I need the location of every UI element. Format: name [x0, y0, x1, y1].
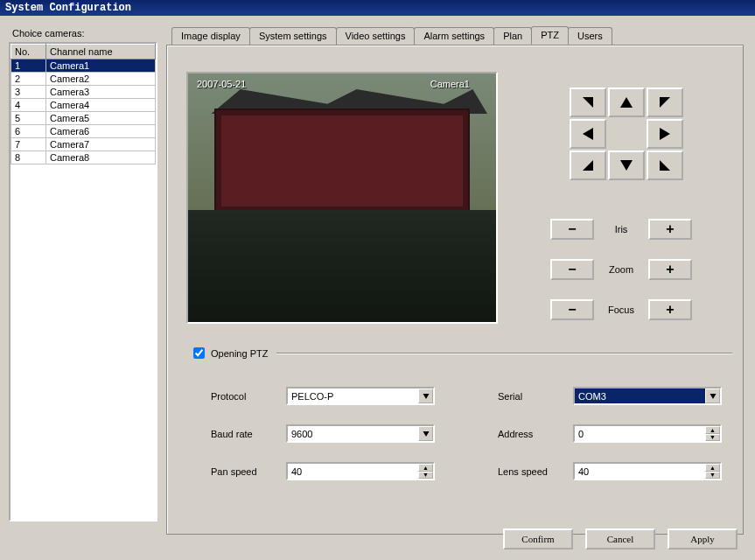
- separator-line: [276, 353, 732, 354]
- dropdown-icon[interactable]: [418, 426, 433, 441]
- arrow-down-left-icon: [583, 160, 593, 171]
- ptz-down-button[interactable]: [608, 150, 645, 180]
- protocol-combo[interactable]: PELCO-P: [286, 387, 435, 405]
- camera-name: Camera2: [46, 73, 156, 86]
- panspeed-field[interactable]: 40 ▲ ▼: [286, 462, 435, 480]
- ptz-center-empty: [608, 119, 645, 149]
- ptz-direction-pad: [570, 88, 683, 180]
- tab-video-settings[interactable]: Video settings: [336, 27, 416, 46]
- apply-button[interactable]: Apply: [668, 528, 738, 550]
- ptz-left-button[interactable]: [570, 119, 606, 149]
- camera-name: Camera1: [46, 60, 156, 73]
- address-field[interactable]: 0 ▲ ▼: [573, 424, 722, 443]
- ptz-down-left-button[interactable]: [570, 150, 606, 180]
- lensspeed-label: Lens speed: [498, 466, 568, 477]
- focus-plus-button[interactable]: +: [648, 299, 692, 320]
- plus-icon: +: [666, 262, 674, 277]
- tab-alarm-settings[interactable]: Alarm settings: [414, 27, 494, 46]
- camera-name: Camera5: [46, 112, 156, 125]
- ptz-down-right-button[interactable]: [647, 150, 683, 180]
- camera-name: Camera7: [46, 138, 156, 151]
- arrow-up-left-icon: [583, 97, 593, 108]
- window-title: System Configuration: [5, 2, 131, 14]
- minus-icon: −: [568, 221, 576, 237]
- panspeed-label: Pan speed: [211, 466, 281, 477]
- camera-no: 2: [11, 73, 46, 86]
- opening-ptz-checkbox[interactable]: Opening PTZ: [190, 345, 268, 361]
- dropdown-icon[interactable]: [418, 388, 433, 403]
- tab-users[interactable]: Users: [568, 27, 612, 46]
- table-row[interactable]: 5Camera5: [11, 112, 156, 125]
- baud-value: 9600: [288, 426, 418, 441]
- serial-combo[interactable]: COM3: [573, 387, 722, 405]
- camera-list[interactable]: No. Channel name 1Camera12Camera23Camera…: [9, 42, 157, 522]
- table-row[interactable]: 1Camera1: [11, 60, 156, 73]
- col-header-name[interactable]: Channel name: [46, 45, 156, 60]
- opening-ptz-input[interactable]: [193, 347, 205, 359]
- iris-label: Iris: [601, 224, 641, 234]
- iris-minus-button[interactable]: −: [550, 219, 594, 240]
- baud-combo[interactable]: 9600: [286, 424, 435, 443]
- tab-ptz[interactable]: PTZ: [531, 26, 569, 45]
- spinner-down-icon[interactable]: ▼: [705, 472, 720, 480]
- cancel-button[interactable]: Cancel: [585, 528, 655, 550]
- table-row[interactable]: 7Camera7: [11, 138, 156, 151]
- lensspeed-field[interactable]: 40 ▲ ▼: [573, 462, 722, 480]
- ptz-up-left-button[interactable]: [570, 88, 606, 117]
- protocol-value: PELCO-P: [288, 388, 418, 403]
- address-label: Address: [498, 429, 568, 439]
- choice-cameras-label: Choice cameras:: [12, 28, 85, 38]
- protocol-label: Protocol: [211, 391, 281, 402]
- confirm-button[interactable]: Confirm: [503, 528, 573, 550]
- camera-no: 5: [11, 112, 46, 125]
- tab-panel-ptz: 2007-05-21 Camera1 − Iris + −: [166, 45, 744, 535]
- spinner-down-icon[interactable]: ▼: [705, 434, 720, 442]
- table-row[interactable]: 6Camera6: [11, 125, 156, 138]
- overlay-date: 2007-05-21: [197, 79, 246, 89]
- arrow-up-right-icon: [660, 97, 670, 108]
- zoom-label: Zoom: [601, 264, 641, 275]
- ptz-up-button[interactable]: [608, 88, 645, 117]
- tab-image-display[interactable]: Image display: [171, 27, 250, 46]
- plus-icon: +: [666, 302, 674, 318]
- camera-preview: 2007-05-21 Camera1: [186, 72, 498, 324]
- spinner-up-icon[interactable]: ▲: [705, 464, 720, 472]
- minus-icon: −: [568, 302, 576, 318]
- iris-plus-button[interactable]: +: [648, 219, 692, 240]
- table-row[interactable]: 3Camera3: [11, 86, 156, 99]
- baud-label: Baud rate: [211, 429, 281, 439]
- lensspeed-value: 40: [575, 464, 705, 479]
- arrow-down-icon: [620, 160, 633, 171]
- col-header-no[interactable]: No.: [11, 45, 46, 60]
- arrow-left-icon: [583, 128, 593, 140]
- serial-value: COM3: [575, 388, 705, 403]
- table-row[interactable]: 4Camera4: [11, 99, 156, 112]
- zoom-plus-button[interactable]: +: [648, 259, 692, 280]
- camera-no: 7: [11, 138, 46, 151]
- focus-minus-button[interactable]: −: [550, 299, 594, 320]
- ptz-up-right-button[interactable]: [647, 88, 683, 117]
- table-row[interactable]: 8Camera8: [11, 151, 156, 164]
- zoom-minus-button[interactable]: −: [550, 259, 594, 280]
- panspeed-value: 40: [288, 464, 418, 479]
- spinner-up-icon[interactable]: ▲: [705, 426, 720, 434]
- tab-system-settings[interactable]: System settings: [249, 27, 337, 46]
- camera-name: Camera3: [46, 86, 156, 99]
- address-value: 0: [575, 426, 705, 441]
- camera-name: Camera8: [46, 151, 156, 164]
- window-titlebar: System Configuration: [0, 0, 755, 16]
- spinner-down-icon[interactable]: ▼: [418, 472, 433, 480]
- serial-label: Serial: [498, 391, 568, 402]
- tab-plan[interactable]: Plan: [493, 27, 532, 46]
- camera-no: 6: [11, 125, 46, 138]
- arrow-down-right-icon: [660, 160, 670, 171]
- camera-no: 1: [11, 60, 46, 73]
- dropdown-icon[interactable]: [705, 388, 720, 403]
- ptz-right-button[interactable]: [647, 119, 683, 149]
- camera-name: Camera6: [46, 125, 156, 138]
- spinner-up-icon[interactable]: ▲: [418, 464, 433, 472]
- table-row[interactable]: 2Camera2: [11, 73, 156, 86]
- overlay-camera: Camera1: [430, 79, 470, 89]
- opening-ptz-label: Opening PTZ: [211, 348, 268, 359]
- camera-no: 3: [11, 86, 46, 99]
